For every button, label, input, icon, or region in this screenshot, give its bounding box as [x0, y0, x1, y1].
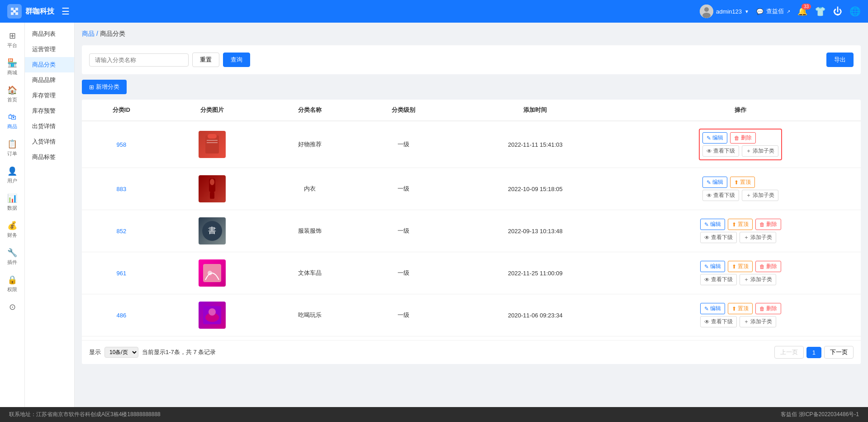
- left-nav: ⊞ 平台 🏪 商城 🏠 首页 🛍 商品 📋 订单 👤 用户 📊 数据 💰: [0, 23, 25, 407]
- sidebar-item-category[interactable]: 商品分类: [25, 57, 74, 72]
- view-sub-button-961[interactable]: 👁 查看下级: [700, 274, 737, 285]
- nav-item-misc[interactable]: ⊙: [0, 297, 24, 316]
- sidebar-item-brand[interactable]: 商品品牌: [25, 72, 74, 88]
- nav-item-orders[interactable]: 📋 订单: [0, 134, 24, 162]
- plus-icon-small: ＋: [746, 147, 751, 155]
- plus-icon: ⊞: [89, 84, 94, 91]
- edit-button-486[interactable]: ✎ 编辑: [700, 303, 725, 314]
- table-row: 883 内衣 一级 2022-10-09 15:18:05: [82, 168, 861, 210]
- nav-item-plugin[interactable]: 🔧 插件: [0, 243, 24, 270]
- nav-item-shop[interactable]: 🏪 商城: [0, 53, 24, 81]
- view-sub-button-486[interactable]: 👁 查看下级: [700, 316, 737, 327]
- cell-time: 2022-11-25 11:00:09: [451, 252, 621, 294]
- cell-name: 文体车品: [263, 252, 357, 294]
- top-button-852[interactable]: ⬆ 置顶: [728, 219, 753, 230]
- sub-sidebar: 商品列表 运营管理 商品分类 商品品牌 库存管理 库存预警 出货详情 入货详情 …: [25, 23, 75, 407]
- reset-button[interactable]: 重置: [192, 53, 219, 67]
- top-button-883[interactable]: ⬆ 置顶: [730, 177, 755, 188]
- nav-label-data: 数据: [7, 205, 17, 211]
- add-sub-button-883[interactable]: ＋ 添加子类: [742, 190, 778, 201]
- sidebar-item-tags[interactable]: 商品标签: [25, 149, 74, 165]
- pagination-bar: 显示 10条/页 20条/页 50条/页 当前显示1-7条，共 7 条记录 上一…: [82, 340, 861, 364]
- action-row-top: ✎ 编辑 🗑 删除: [702, 132, 778, 144]
- globe-icon[interactable]: 🌐: [849, 6, 861, 17]
- nav-item-platform[interactable]: ⊞ 平台: [0, 26, 24, 53]
- shirt-icon[interactable]: 👕: [815, 6, 826, 17]
- cell-name: 吃喝玩乐: [263, 294, 357, 336]
- nav-item-data[interactable]: 📊 数据: [0, 189, 24, 216]
- add-sub-button-961[interactable]: ＋ 添加子类: [740, 274, 776, 285]
- nav-item-permission[interactable]: 🔒 权限: [0, 270, 24, 297]
- breadcrumb-parent[interactable]: 商品: [82, 30, 95, 37]
- chat-item[interactable]: 💬 查益佰 ↗: [756, 7, 790, 15]
- action-row-bottom: 👁 查看下级 ＋ 添加子类: [702, 190, 778, 201]
- prev-page-button[interactable]: 上一页: [774, 346, 804, 359]
- top-button-961[interactable]: ⬆ 置顶: [728, 261, 753, 272]
- eye-icon: 👁: [704, 319, 710, 325]
- action-row-top: ✎ 编辑 ⬆ 置顶 🗑 删除: [700, 303, 781, 314]
- user-menu[interactable]: admin123 ▼: [700, 5, 749, 18]
- nav-item-finance[interactable]: 💰 财务: [0, 216, 24, 243]
- username: admin123: [716, 8, 742, 15]
- search-button[interactable]: 查询: [223, 53, 250, 67]
- cell-id: 961: [82, 252, 161, 294]
- category-name-input[interactable]: [89, 53, 189, 67]
- power-icon[interactable]: ⏻: [833, 6, 842, 17]
- footer-right: 客益佰 浙ICP备2022034486号-1: [781, 411, 859, 418]
- cell-img: [161, 168, 263, 210]
- header: 群咖科技 ☰ admin123 ▼ 💬 查益佰 ↗ 🔔 33 👕 ⏻ 🌐: [0, 0, 868, 23]
- sidebar-item-goods-list[interactable]: 商品列表: [25, 26, 74, 42]
- delete-button-486[interactable]: 🗑 删除: [755, 303, 781, 314]
- add-sub-button-852[interactable]: ＋ 添加子类: [740, 232, 776, 243]
- view-sub-button-958[interactable]: 👁 查看下级: [702, 145, 739, 157]
- view-sub-button-852[interactable]: 👁 查看下级: [700, 232, 737, 243]
- add-label: 新增分类: [96, 83, 119, 91]
- edit-button-958[interactable]: ✎ 编辑: [702, 132, 727, 144]
- sidebar-item-stock-alert[interactable]: 库存预警: [25, 103, 74, 119]
- add-sub-button-958[interactable]: ＋ 添加子类: [742, 145, 778, 157]
- edit-button-883[interactable]: ✎ 编辑: [702, 177, 727, 188]
- nav-item-goods[interactable]: 🛍 商品: [0, 108, 24, 134]
- delete-button-961[interactable]: 🗑 删除: [755, 261, 781, 272]
- sidebar-item-operation[interactable]: 运营管理: [25, 42, 74, 57]
- next-page-button[interactable]: 下一页: [824, 346, 854, 359]
- per-page-select[interactable]: 10条/页 20条/页 50条/页: [104, 347, 138, 358]
- home-icon: 🏠: [7, 85, 17, 95]
- sidebar-item-outbound[interactable]: 出货详情: [25, 119, 74, 134]
- top-icon: ⬆: [732, 221, 736, 228]
- nav-label-users: 用户: [7, 177, 17, 184]
- plus-icon-small: ＋: [744, 318, 749, 326]
- notification-item[interactable]: 🔔 33: [797, 6, 807, 16]
- delete-button-958[interactable]: 🗑 删除: [730, 132, 756, 144]
- view-sub-button-883[interactable]: 👁 查看下级: [702, 190, 739, 201]
- nav-item-home[interactable]: 🏠 首页: [0, 81, 24, 108]
- hamburger-icon[interactable]: ☰: [62, 6, 70, 17]
- add-sub-button-486[interactable]: ＋ 添加子类: [740, 316, 776, 327]
- cell-id: 883: [82, 168, 161, 210]
- content-area: 商品 / 商品分类 重置 查询 导出 ⊞ 新增分类: [75, 23, 868, 407]
- footer-icp: 浙ICP备2022034486号-1: [799, 411, 859, 417]
- inner-layout: 商品列表 运营管理 商品分类 商品品牌 库存管理 库存预警 出货详情 入货详情 …: [25, 23, 868, 407]
- cell-time: 2022-10-09 15:18:05: [451, 168, 621, 210]
- edit-button-852[interactable]: ✎ 编辑: [700, 219, 725, 230]
- edit-button-961[interactable]: ✎ 编辑: [700, 261, 725, 272]
- sidebar-item-stock[interactable]: 库存管理: [25, 88, 74, 103]
- cell-id: 958: [82, 121, 161, 168]
- data-icon: 📊: [7, 193, 17, 203]
- svg-point-17: [209, 308, 216, 316]
- top-button-486[interactable]: ⬆ 置顶: [728, 303, 753, 314]
- delete-button-852[interactable]: 🗑 删除: [755, 219, 781, 230]
- svg-rect-6: [207, 140, 218, 141]
- permission-icon: 🔒: [7, 275, 17, 285]
- nav-item-users[interactable]: 👤 用户: [0, 162, 24, 189]
- page-1-button[interactable]: 1: [806, 347, 821, 358]
- export-button[interactable]: 导出: [826, 53, 854, 67]
- action-row-top: ✎ 编辑 ⬆ 置顶 🗑 删除: [700, 261, 781, 272]
- svg-point-10: [210, 179, 214, 185]
- edit-icon: ✎: [704, 306, 709, 312]
- nav-label-orders: 订单: [7, 150, 17, 157]
- sidebar-item-inbound[interactable]: 入货详情: [25, 134, 74, 149]
- cell-img: [161, 294, 263, 336]
- add-category-button[interactable]: ⊞ 新增分类: [82, 80, 127, 94]
- cell-level: 一级: [357, 168, 451, 210]
